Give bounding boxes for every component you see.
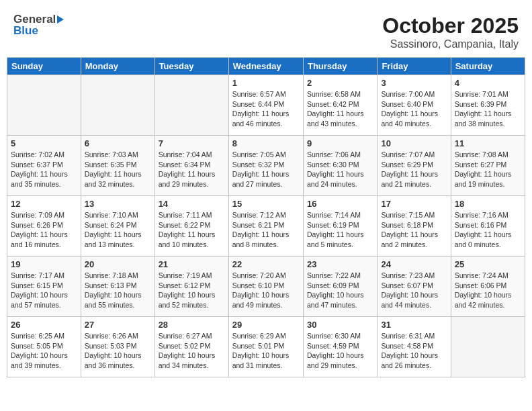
day-number: 28 [159, 320, 225, 330]
day-number: 20 [85, 259, 151, 269]
calendar-day-cell: 29Sunrise: 6:29 AM Sunset: 5:01 PM Dayli… [228, 317, 303, 377]
calendar-day-cell: 19Sunrise: 7:17 AM Sunset: 6:15 PM Dayli… [7, 257, 81, 317]
day-info: Sunrise: 7:18 AM Sunset: 6:13 PM Dayligh… [85, 271, 151, 310]
calendar-week-row: 12Sunrise: 7:09 AM Sunset: 6:26 PM Dayli… [7, 196, 525, 257]
day-number: 13 [85, 199, 151, 209]
day-number: 16 [307, 199, 373, 209]
weekday-header-cell: Wednesday [228, 58, 303, 75]
day-number: 31 [381, 320, 447, 330]
day-info: Sunrise: 7:02 AM Sunset: 6:37 PM Dayligh… [11, 150, 77, 189]
day-info: Sunrise: 7:06 AM Sunset: 6:30 PM Dayligh… [307, 150, 373, 189]
day-info: Sunrise: 7:24 AM Sunset: 6:06 PM Dayligh… [455, 271, 521, 310]
calendar-week-row: 26Sunrise: 6:25 AM Sunset: 5:05 PM Dayli… [7, 317, 525, 377]
day-number: 26 [11, 320, 77, 330]
day-info: Sunrise: 7:08 AM Sunset: 6:27 PM Dayligh… [455, 150, 521, 189]
day-info: Sunrise: 7:11 AM Sunset: 6:22 PM Dayligh… [159, 210, 225, 250]
calendar-day-cell: 4Sunrise: 7:01 AM Sunset: 6:39 PM Daylig… [451, 75, 525, 136]
calendar-day-cell [154, 75, 228, 136]
calendar-day-cell: 23Sunrise: 7:22 AM Sunset: 6:09 PM Dayli… [303, 257, 377, 317]
day-info: Sunrise: 7:04 AM Sunset: 6:34 PM Dayligh… [159, 150, 225, 189]
day-info: Sunrise: 6:26 AM Sunset: 5:03 PM Dayligh… [85, 331, 151, 371]
calendar-day-cell: 5Sunrise: 7:02 AM Sunset: 6:37 PM Daylig… [7, 136, 81, 196]
calendar-day-cell: 25Sunrise: 7:24 AM Sunset: 6:06 PM Dayli… [451, 257, 525, 317]
day-number: 29 [232, 320, 300, 330]
calendar-day-cell: 26Sunrise: 6:25 AM Sunset: 5:05 PM Dayli… [7, 317, 81, 377]
calendar-day-cell: 21Sunrise: 7:19 AM Sunset: 6:12 PM Dayli… [154, 257, 228, 317]
day-number: 4 [455, 78, 521, 88]
calendar-day-cell: 18Sunrise: 7:16 AM Sunset: 6:16 PM Dayli… [451, 196, 525, 257]
calendar-day-cell: 16Sunrise: 7:14 AM Sunset: 6:19 PM Dayli… [303, 196, 377, 257]
calendar-day-cell: 30Sunrise: 6:30 AM Sunset: 4:59 PM Dayli… [303, 317, 377, 377]
calendar-day-cell: 9Sunrise: 7:06 AM Sunset: 6:30 PM Daylig… [303, 136, 377, 196]
calendar-day-cell: 22Sunrise: 7:20 AM Sunset: 6:10 PM Dayli… [228, 257, 303, 317]
day-info: Sunrise: 7:07 AM Sunset: 6:29 PM Dayligh… [381, 150, 447, 189]
day-number: 9 [307, 138, 373, 148]
day-number: 18 [455, 199, 521, 209]
day-info: Sunrise: 7:20 AM Sunset: 6:10 PM Dayligh… [232, 271, 300, 310]
day-number: 24 [381, 259, 447, 269]
calendar-week-row: 1Sunrise: 6:57 AM Sunset: 6:44 PM Daylig… [7, 75, 525, 136]
day-number: 27 [85, 320, 151, 330]
day-number: 2 [307, 78, 373, 88]
day-info: Sunrise: 7:14 AM Sunset: 6:19 PM Dayligh… [307, 210, 373, 250]
day-number: 17 [381, 199, 447, 209]
calendar-day-cell: 3Sunrise: 7:00 AM Sunset: 6:40 PM Daylig… [378, 75, 451, 136]
calendar-day-cell: 28Sunrise: 6:27 AM Sunset: 5:02 PM Dayli… [154, 317, 228, 377]
calendar-day-cell: 7Sunrise: 7:04 AM Sunset: 6:34 PM Daylig… [154, 136, 228, 196]
calendar-week-row: 19Sunrise: 7:17 AM Sunset: 6:15 PM Dayli… [7, 257, 525, 317]
day-number: 3 [381, 78, 447, 88]
day-number: 21 [159, 259, 225, 269]
day-info: Sunrise: 7:16 AM Sunset: 6:16 PM Dayligh… [455, 210, 521, 250]
day-info: Sunrise: 7:23 AM Sunset: 6:07 PM Dayligh… [381, 271, 447, 310]
calendar-day-cell: 6Sunrise: 7:03 AM Sunset: 6:35 PM Daylig… [81, 136, 154, 196]
calendar-day-cell [7, 75, 81, 136]
day-number: 25 [455, 259, 521, 269]
calendar-day-cell: 1Sunrise: 6:57 AM Sunset: 6:44 PM Daylig… [228, 75, 303, 136]
calendar-day-cell: 11Sunrise: 7:08 AM Sunset: 6:27 PM Dayli… [451, 136, 525, 196]
location-title: Sassinoro, Campania, Italy [382, 38, 519, 50]
day-number: 23 [307, 259, 373, 269]
calendar-day-cell: 10Sunrise: 7:07 AM Sunset: 6:29 PM Dayli… [378, 136, 451, 196]
logo-general-text: General [13, 13, 56, 25]
weekday-header-cell: Friday [378, 58, 451, 75]
day-number: 12 [11, 199, 77, 209]
day-number: 11 [455, 138, 521, 148]
calendar-day-cell: 31Sunrise: 6:31 AM Sunset: 4:58 PM Dayli… [378, 317, 451, 377]
day-number: 14 [159, 199, 225, 209]
day-info: Sunrise: 7:03 AM Sunset: 6:35 PM Dayligh… [85, 150, 151, 189]
calendar-day-cell: 14Sunrise: 7:11 AM Sunset: 6:22 PM Dayli… [154, 196, 228, 257]
day-info: Sunrise: 7:19 AM Sunset: 6:12 PM Dayligh… [159, 271, 225, 310]
day-number: 30 [307, 320, 373, 330]
calendar-day-cell: 13Sunrise: 7:10 AM Sunset: 6:24 PM Dayli… [81, 196, 154, 257]
weekday-header-row: SundayMondayTuesdayWednesdayThursdayFrid… [7, 58, 525, 75]
day-info: Sunrise: 6:25 AM Sunset: 5:05 PM Dayligh… [11, 331, 77, 371]
day-info: Sunrise: 7:22 AM Sunset: 6:09 PM Dayligh… [307, 271, 373, 310]
calendar-day-cell: 15Sunrise: 7:12 AM Sunset: 6:21 PM Dayli… [228, 196, 303, 257]
day-info: Sunrise: 6:57 AM Sunset: 6:44 PM Dayligh… [232, 89, 300, 129]
day-info: Sunrise: 6:27 AM Sunset: 5:02 PM Dayligh… [159, 331, 225, 371]
weekday-header-cell: Monday [81, 58, 154, 75]
day-info: Sunrise: 7:05 AM Sunset: 6:32 PM Dayligh… [232, 150, 300, 189]
day-info: Sunrise: 6:30 AM Sunset: 4:59 PM Dayligh… [307, 331, 373, 371]
day-info: Sunrise: 7:17 AM Sunset: 6:15 PM Dayligh… [11, 271, 77, 310]
day-info: Sunrise: 7:00 AM Sunset: 6:40 PM Dayligh… [381, 89, 447, 129]
calendar-day-cell: 8Sunrise: 7:05 AM Sunset: 6:32 PM Daylig… [228, 136, 303, 196]
day-info: Sunrise: 6:29 AM Sunset: 5:01 PM Dayligh… [232, 331, 300, 371]
weekday-header-cell: Sunday [7, 58, 81, 75]
calendar-day-cell: 2Sunrise: 6:58 AM Sunset: 6:42 PM Daylig… [303, 75, 377, 136]
day-info: Sunrise: 7:01 AM Sunset: 6:39 PM Dayligh… [455, 89, 521, 129]
calendar-day-cell: 20Sunrise: 7:18 AM Sunset: 6:13 PM Dayli… [81, 257, 154, 317]
day-info: Sunrise: 6:31 AM Sunset: 4:58 PM Dayligh… [381, 331, 447, 371]
day-number: 6 [85, 138, 151, 148]
weekday-header-cell: Tuesday [154, 58, 228, 75]
weekday-header-cell: Saturday [451, 58, 525, 75]
calendar-table: SundayMondayTuesdayWednesdayThursdayFrid… [7, 57, 525, 377]
calendar-day-cell [451, 317, 525, 377]
month-title: October 2025 [382, 13, 519, 38]
weekday-header-cell: Thursday [303, 58, 377, 75]
day-number: 1 [232, 78, 300, 88]
calendar-day-cell [81, 75, 154, 136]
calendar-day-cell: 27Sunrise: 6:26 AM Sunset: 5:03 PM Dayli… [81, 317, 154, 377]
logo-arrow-icon [57, 15, 64, 24]
day-number: 19 [11, 259, 77, 269]
